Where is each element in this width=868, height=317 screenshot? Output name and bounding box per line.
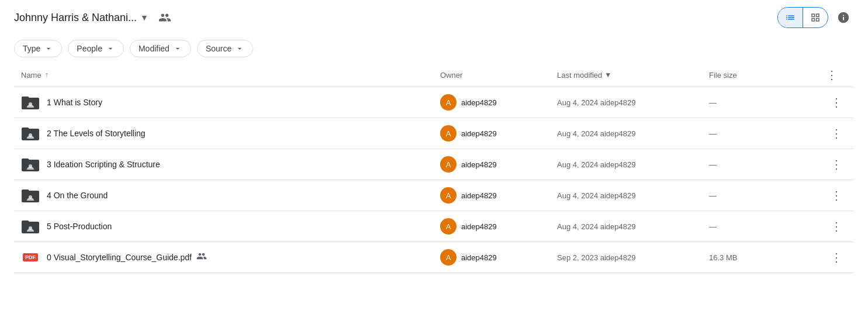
filter-type-label: Type [23, 44, 40, 53]
cell-filesize: — [709, 160, 826, 169]
filters-bar: Type People Modified Source [0, 34, 868, 63]
cell-owner: A aidep4829 [440, 125, 557, 142]
owner-avatar: A [440, 187, 457, 204]
filter-people-label: People [77, 44, 102, 53]
cell-filesize: — [709, 129, 826, 138]
view-toggle [777, 7, 828, 28]
col-header-owner: Owner [440, 71, 557, 80]
table-row[interactable]: PDF 0 Visual_Storytelling_Course_Guide.p… [14, 242, 854, 273]
owner-name: aidep4829 [461, 191, 497, 200]
cell-filesize: — [709, 98, 826, 107]
table-row[interactable]: 5 Post-Production A aidep4829 Aug 4, 202… [14, 211, 854, 242]
owner-avatar: A [440, 94, 457, 111]
filter-modified[interactable]: Modified [130, 40, 191, 57]
header-right [777, 7, 854, 28]
cell-modified: Aug 4, 2024 aidep4829 [557, 160, 709, 169]
shared-icon [196, 251, 207, 264]
more-options-button[interactable]: ⋮ [826, 157, 847, 171]
cell-modified: Aug 4, 2024 aidep4829 [557, 222, 709, 231]
owner-name: aidep4829 [461, 222, 497, 231]
modified-sort-icon: ▼ [604, 71, 611, 79]
pdf-icon: PDF [21, 248, 40, 267]
cell-name: PDF 0 Visual_Storytelling_Course_Guide.p… [21, 248, 440, 267]
table-row[interactable]: 2 The Levels of Storytelling A aidep4829… [14, 118, 854, 149]
info-button[interactable] [833, 7, 854, 28]
filter-source[interactable]: Source [197, 40, 253, 57]
item-name-wrap: 5 Post-Production [47, 222, 112, 231]
item-name: 5 Post-Production [47, 222, 112, 231]
more-options-button[interactable]: ⋮ [826, 95, 847, 109]
folder-icon [21, 124, 40, 143]
title-dropdown-icon[interactable]: ▼ [140, 13, 148, 22]
owner-avatar: A [440, 156, 457, 173]
folder-title-text: Johnny Harris & Nathani... [14, 12, 137, 24]
filter-source-label: Source [206, 44, 231, 53]
owner-avatar: A [440, 218, 457, 235]
owner-name: aidep4829 [461, 129, 497, 138]
item-name-wrap: 1 What is Story [47, 98, 102, 107]
item-name-wrap: 2 The Levels of Storytelling [47, 129, 146, 138]
filter-modified-label: Modified [139, 44, 170, 53]
cell-owner: A aidep4829 [440, 187, 557, 204]
more-options-button[interactable]: ⋮ [826, 250, 847, 264]
cell-name: 5 Post-Production [21, 217, 440, 236]
table-body: 1 What is Story A aidep4829 Aug 4, 2024 … [14, 87, 854, 273]
header-left: Johnny Harris & Nathani... ▼ [14, 7, 175, 28]
owner-avatar: A [440, 249, 457, 266]
cell-owner: A aidep4829 [440, 156, 557, 173]
item-name: 0 Visual_Storytelling_Course_Guide.pdf [47, 253, 192, 262]
col-header-name[interactable]: Name ↑ [21, 71, 440, 80]
grid-view-button[interactable] [803, 8, 828, 27]
owner-name: aidep4829 [461, 160, 497, 169]
table-row[interactable]: 3 Ideation Scripting & Structure A aidep… [14, 149, 854, 180]
filter-people[interactable]: People [68, 40, 124, 57]
cell-name: 3 Ideation Scripting & Structure [21, 155, 440, 174]
folder-icon [21, 186, 40, 205]
header: Johnny Harris & Nathani... ▼ [0, 0, 868, 34]
cell-modified: Aug 4, 2024 aidep4829 [557, 129, 709, 138]
cell-modified: Sep 2, 2023 aidep4829 [557, 253, 709, 262]
filter-type[interactable]: Type [14, 40, 62, 57]
item-name-wrap: 0 Visual_Storytelling_Course_Guide.pdf [47, 251, 207, 264]
cell-name: 1 What is Story [21, 93, 440, 112]
cell-modified: Aug 4, 2024 aidep4829 [557, 98, 709, 107]
table-header: Name ↑ Owner Last modified ▼ File size ⋮ [14, 63, 854, 87]
more-options-icon[interactable]: ⋮ [826, 68, 838, 81]
item-name: 4 On the Ground [47, 191, 108, 200]
cell-filesize: — [709, 191, 826, 200]
col-name-label: Name [21, 71, 42, 80]
list-view-button[interactable] [778, 8, 803, 27]
shared-people-icon[interactable] [154, 7, 175, 28]
cell-name: 4 On the Ground [21, 186, 440, 205]
cell-owner: A aidep4829 [440, 94, 557, 111]
table-row[interactable]: 1 What is Story A aidep4829 Aug 4, 2024 … [14, 87, 854, 118]
item-name: 3 Ideation Scripting & Structure [47, 160, 160, 169]
folder-title[interactable]: Johnny Harris & Nathani... ▼ [14, 12, 148, 24]
cell-modified: Aug 4, 2024 aidep4829 [557, 191, 709, 200]
col-header-more[interactable]: ⋮ [826, 68, 847, 82]
cell-name: 2 The Levels of Storytelling [21, 124, 440, 143]
owner-name: aidep4829 [461, 98, 497, 107]
cell-owner: A aidep4829 [440, 249, 557, 266]
item-name-wrap: 4 On the Ground [47, 191, 108, 200]
folder-icon [21, 93, 40, 112]
more-options-button[interactable]: ⋮ [826, 126, 847, 140]
col-header-filesize: File size [709, 71, 826, 80]
col-header-modified[interactable]: Last modified ▼ [557, 71, 709, 80]
folder-icon [21, 155, 40, 174]
owner-name: aidep4829 [461, 253, 497, 262]
item-name: 2 The Levels of Storytelling [47, 129, 146, 138]
table-row[interactable]: 4 On the Ground A aidep4829 Aug 4, 2024 … [14, 180, 854, 211]
more-options-button[interactable]: ⋮ [826, 188, 847, 202]
owner-avatar: A [440, 125, 457, 142]
item-name: 1 What is Story [47, 98, 102, 107]
cell-filesize: — [709, 222, 826, 231]
folder-icon [21, 217, 40, 236]
cell-filesize: 16.3 MB [709, 253, 826, 262]
item-name-wrap: 3 Ideation Scripting & Structure [47, 160, 160, 169]
file-table: Name ↑ Owner Last modified ▼ File size ⋮ [0, 63, 868, 273]
cell-owner: A aidep4829 [440, 218, 557, 235]
more-options-button[interactable]: ⋮ [826, 219, 847, 233]
sort-arrow-icon: ↑ [45, 71, 49, 79]
